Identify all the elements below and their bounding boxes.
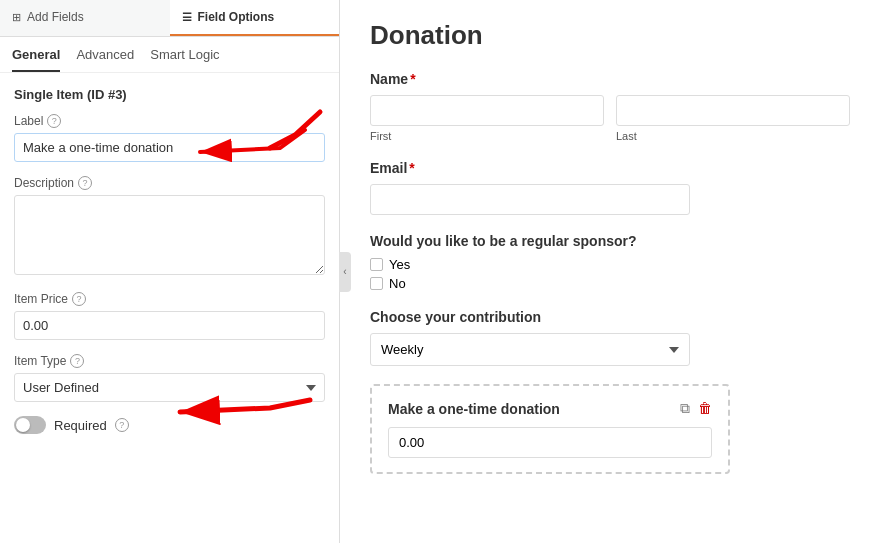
sponsor-yes-checkbox[interactable] bbox=[370, 258, 383, 271]
required-toggle[interactable] bbox=[14, 416, 46, 434]
add-fields-label: Add Fields bbox=[27, 10, 84, 24]
required-label: Required bbox=[54, 418, 107, 433]
label-input[interactable] bbox=[14, 133, 325, 162]
item-type-help-icon[interactable]: ? bbox=[70, 354, 84, 368]
sub-tab-smart-logic[interactable]: Smart Logic bbox=[150, 47, 219, 72]
last-name-input[interactable] bbox=[616, 95, 850, 126]
trash-icon[interactable]: 🗑 bbox=[698, 400, 712, 417]
item-type-group: Item Type ? User Defined Fixed Hidden bbox=[14, 354, 325, 402]
sponsor-no-checkbox[interactable] bbox=[370, 277, 383, 290]
tab-add-fields[interactable]: ⊞ Add Fields bbox=[0, 0, 170, 36]
label-help-icon[interactable]: ? bbox=[47, 114, 61, 128]
item-price-input[interactable] bbox=[14, 311, 325, 340]
item-type-label: Item Type ? bbox=[14, 354, 325, 368]
item-price-help-icon[interactable]: ? bbox=[72, 292, 86, 306]
required-help-icon[interactable]: ? bbox=[115, 418, 129, 432]
email-group: Email* bbox=[370, 160, 850, 215]
description-field-label: Description ? bbox=[14, 176, 325, 190]
email-required-star: * bbox=[409, 160, 414, 176]
name-required-star: * bbox=[410, 71, 415, 87]
first-label: First bbox=[370, 130, 604, 142]
field-options-label: Field Options bbox=[198, 10, 275, 24]
donation-card-header: Make a one-time donation ⧉ 🗑 bbox=[388, 400, 712, 417]
contribution-group: Choose your contribution Weekly Monthly … bbox=[370, 309, 850, 366]
sponsor-yes-label: Yes bbox=[389, 257, 410, 272]
last-label: Last bbox=[616, 130, 850, 142]
last-name-field: Last bbox=[616, 95, 850, 142]
sub-tabs: General Advanced Smart Logic bbox=[0, 37, 339, 73]
description-group: Description ? bbox=[14, 176, 325, 278]
sponsor-label: Would you like to be a regular sponsor? bbox=[370, 233, 850, 249]
sponsor-group: Would you like to be a regular sponsor? … bbox=[370, 233, 850, 291]
item-price-label: Item Price ? bbox=[14, 292, 325, 306]
collapse-arrow-icon: ‹ bbox=[343, 266, 346, 277]
panel-content: Single Item (ID #3) Label ? Description … bbox=[0, 73, 339, 543]
email-label: Email* bbox=[370, 160, 850, 176]
field-id: Single Item (ID #3) bbox=[14, 87, 325, 102]
name-label: Name* bbox=[370, 71, 850, 87]
donation-card-title: Make a one-time donation bbox=[388, 401, 560, 417]
sponsor-no-label: No bbox=[389, 276, 406, 291]
sponsor-no-row: No bbox=[370, 276, 850, 291]
label-field-label: Label ? bbox=[14, 114, 325, 128]
copy-icon[interactable]: ⧉ bbox=[680, 400, 690, 417]
collapse-handle[interactable]: ‹ bbox=[339, 252, 351, 292]
sub-tab-general[interactable]: General bbox=[12, 47, 60, 72]
email-input[interactable] bbox=[370, 184, 690, 215]
sub-tab-advanced[interactable]: Advanced bbox=[76, 47, 134, 72]
right-panel: Donation Name* First Last Email* Would y… bbox=[340, 0, 880, 543]
donation-card: Make a one-time donation ⧉ 🗑 bbox=[370, 384, 730, 474]
description-textarea[interactable] bbox=[14, 195, 325, 275]
name-group: Name* First Last bbox=[370, 71, 850, 142]
tab-bar: ⊞ Add Fields ☰ Field Options bbox=[0, 0, 339, 37]
tab-field-options[interactable]: ☰ Field Options bbox=[170, 0, 340, 36]
left-panel: ⊞ Add Fields ☰ Field Options General Adv… bbox=[0, 0, 340, 543]
sponsor-yes-row: Yes bbox=[370, 257, 850, 272]
field-options-icon: ☰ bbox=[182, 11, 192, 24]
required-toggle-row: Required ? bbox=[14, 416, 325, 434]
form-title: Donation bbox=[370, 20, 850, 51]
label-group: Label ? bbox=[14, 114, 325, 162]
description-help-icon[interactable]: ? bbox=[78, 176, 92, 190]
card-actions: ⧉ 🗑 bbox=[680, 400, 712, 417]
contribution-label: Choose your contribution bbox=[370, 309, 850, 325]
donation-price-input[interactable] bbox=[388, 427, 712, 458]
add-fields-icon: ⊞ bbox=[12, 11, 21, 24]
first-name-field: First bbox=[370, 95, 604, 142]
name-input-row: First Last bbox=[370, 95, 850, 142]
item-price-group: Item Price ? bbox=[14, 292, 325, 340]
item-type-select[interactable]: User Defined Fixed Hidden bbox=[14, 373, 325, 402]
first-name-input[interactable] bbox=[370, 95, 604, 126]
contribution-select[interactable]: Weekly Monthly Annually bbox=[370, 333, 690, 366]
